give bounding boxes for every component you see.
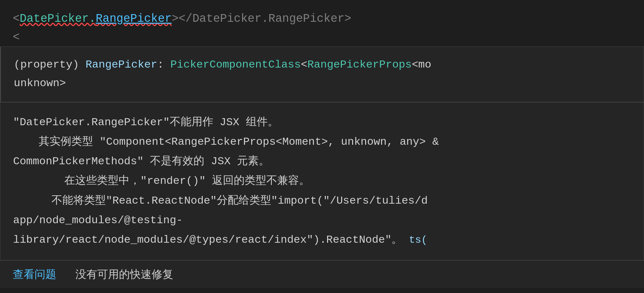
- code-line-1: <(property)DatePicker.RangePicker></Date…: [0, 0, 644, 28]
- error-line-3: CommonPickerMethods" 不是有效的 JSX 元素。: [13, 152, 631, 171]
- no-fix-text: 没有可用的快速修复: [75, 267, 173, 282]
- tag-open-bracket: <: [13, 12, 20, 25]
- tooltip-rangepickerprops: RangePickerProps: [307, 59, 412, 71]
- tooltip-label: (property): [14, 59, 85, 71]
- tooltip-type: PickerComponentClass: [170, 59, 301, 71]
- code-line-2: <: [0, 28, 644, 47]
- tooltip-unknown: unknown>: [14, 77, 66, 89]
- error-line-7: library/react/node_modules/@types/react/…: [13, 230, 631, 250]
- error-line-4: 在这些类型中，"render()" 返回的类型不兼容。: [13, 171, 631, 191]
- tooltip-name: RangePicker: [85, 59, 157, 71]
- tooltip-line-2: unknown>: [14, 74, 631, 93]
- editor-container: <(property)DatePicker.RangePicker></Date…: [0, 0, 644, 293]
- error-line-1: "DatePicker.RangePicker"不能用作 JSX 组件。: [13, 113, 631, 132]
- error-line-2: 其实例类型 "Component<RangePickerProps<Moment…: [13, 132, 631, 152]
- ts-code: ts(: [409, 234, 428, 246]
- tooltip-colon: :: [157, 59, 170, 71]
- error-line-6: app/node_modules/@testing-: [13, 211, 631, 230]
- tag-close-bracket: ></DatePicker.RangePicker>: [172, 12, 351, 25]
- error-line-5: 不能将类型"React.ReactNode"分配给类型"import("/Use…: [13, 191, 631, 211]
- error-section: "DatePicker.RangePicker"不能用作 JSX 组件。 其实例…: [0, 102, 644, 260]
- range-picker-link[interactable]: RangePicker: [96, 12, 172, 25]
- footer-bar: 查看问题 没有可用的快速修复: [0, 260, 644, 288]
- tooltip-generic-open: <: [301, 59, 307, 71]
- tooltip-line-1: (property) RangePicker: PickerComponentC…: [14, 56, 631, 74]
- tooltip-generic-mo: <mo: [412, 59, 431, 71]
- tag-open-2: <: [13, 31, 20, 44]
- tag-datepicker: (property)DatePicker.RangePicker: [20, 12, 172, 25]
- view-problem-link[interactable]: 查看问题: [13, 267, 56, 282]
- tooltip-box: (property) RangePicker: PickerComponentC…: [0, 46, 644, 102]
